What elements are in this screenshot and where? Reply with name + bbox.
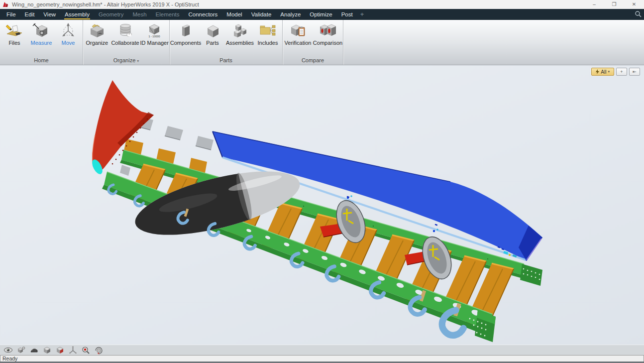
parts-label: Parts — [206, 40, 219, 46]
menu-post[interactable]: Post — [337, 9, 357, 20]
organize-label: Organize — [86, 40, 108, 46]
menu-bar: File Edit View Assembly Geometry Mesh El… — [0, 9, 644, 20]
ribbon-empty-space — [343, 20, 644, 65]
maximize-button[interactable]: ❐ — [604, 0, 624, 9]
menu-model[interactable]: Model — [222, 9, 246, 20]
title-bar: Wing_no_geometry_nowingshell.hm* - Altai… — [0, 0, 644, 9]
menu-view[interactable]: View — [39, 9, 60, 20]
measure-label: Measure — [31, 40, 52, 46]
ribbon-group-parts-label: Parts — [170, 57, 282, 63]
ribbon-group-home-label: Home — [0, 57, 83, 63]
menu-connectors[interactable]: Connectors — [184, 9, 222, 20]
shaded-elements-icon[interactable] — [40, 345, 53, 355]
menu-file[interactable]: File — [2, 9, 20, 20]
move-icon — [59, 22, 78, 38]
zoom-magnifier-icon[interactable] — [79, 345, 92, 355]
organize-group-caret[interactable]: ▾ — [137, 59, 139, 63]
view-camera-icon[interactable] — [14, 345, 27, 355]
add-view-button[interactable]: + — [616, 68, 627, 76]
menu-geometry[interactable]: Geometry — [94, 9, 128, 20]
wing-model-canvas[interactable] — [0, 65, 644, 345]
model-viewport[interactable]: All ▾ + ⇤ — [0, 65, 644, 345]
menu-optimize[interactable]: Optimize — [305, 9, 336, 20]
components-label: Components — [170, 40, 201, 46]
view-rotate-icon[interactable] — [92, 345, 105, 355]
axes-triad-icon[interactable] — [66, 345, 79, 355]
includes-label: Includes — [258, 40, 278, 46]
ribbon-group-compare-label: Compare — [283, 57, 343, 63]
search-icon[interactable] — [635, 10, 642, 17]
lightning-bolt-icon — [596, 69, 599, 74]
organize-group-text: Organize — [113, 57, 136, 63]
collapse-panel-button[interactable]: ⇤ — [629, 68, 640, 76]
verification-label: Verification — [285, 40, 312, 46]
status-bar: Ready — [0, 355, 644, 362]
menu-assembly[interactable]: Assembly — [60, 9, 94, 20]
assemblies-label: Assemblies — [226, 40, 254, 46]
ribbon-group-compare: Verification Comparison Compare — [283, 20, 343, 65]
ribbon-group-home: Files Measure Move Home — [0, 20, 83, 65]
id-range-badge: 1 - 10000 — [149, 35, 160, 38]
id-manager-icon: 1 - 10000 — [143, 22, 165, 38]
ribbon-group-organize-label: Organize ▾ — [83, 57, 169, 63]
app-logo-icon — [2, 1, 8, 7]
move-label: Move — [62, 40, 75, 46]
entity-state-controls: All ▾ + ⇤ — [591, 68, 640, 76]
entity-selector-label: All — [601, 69, 606, 75]
menu-analyze[interactable]: Analyze — [276, 9, 305, 20]
display-toolbar — [0, 345, 644, 355]
files-label: Files — [8, 40, 20, 46]
assemblies-icon — [230, 22, 249, 38]
id-manager-label: ID Manager — [140, 40, 168, 46]
close-button[interactable]: ✕ — [624, 0, 644, 9]
comparison-label: Comparison — [313, 40, 342, 46]
collaborate-label: Collaborate — [111, 40, 139, 46]
ribbon-group-organize: Organize Collaborate 1 - 10000 ID — [83, 20, 170, 65]
window-title: Wing_no_geometry_nowingshell.hm* - Altai… — [12, 1, 199, 7]
menu-mesh[interactable]: Mesh — [128, 9, 151, 20]
menu-elements[interactable]: Elements — [151, 9, 184, 20]
collaborate-database-icon — [116, 22, 135, 38]
parts-icon — [203, 22, 222, 38]
components-icon — [176, 22, 195, 38]
organize-drawer-icon — [88, 22, 107, 38]
visibility-eye-icon[interactable] — [1, 345, 14, 355]
menu-add-tab[interactable]: + — [357, 9, 367, 20]
shaded-geometry-icon[interactable] — [27, 345, 40, 355]
menu-edit[interactable]: Edit — [20, 9, 39, 20]
comparison-icon — [319, 22, 337, 38]
element-colors-icon[interactable] — [53, 345, 66, 355]
menu-validate[interactable]: Validate — [247, 9, 276, 20]
entity-selector-caret: ▾ — [608, 70, 610, 74]
ribbon: Files Measure Move Home — [0, 20, 644, 65]
entity-selector-button[interactable]: All ▾ — [591, 68, 614, 76]
files-icon — [5, 22, 24, 38]
ribbon-group-parts: Components Parts Assemblies — [170, 20, 283, 65]
includes-folder-icon — [258, 22, 277, 38]
verification-icon — [289, 22, 308, 38]
minimize-button[interactable]: – — [584, 0, 604, 9]
status-text: Ready — [0, 356, 644, 362]
measure-icon — [32, 22, 51, 38]
